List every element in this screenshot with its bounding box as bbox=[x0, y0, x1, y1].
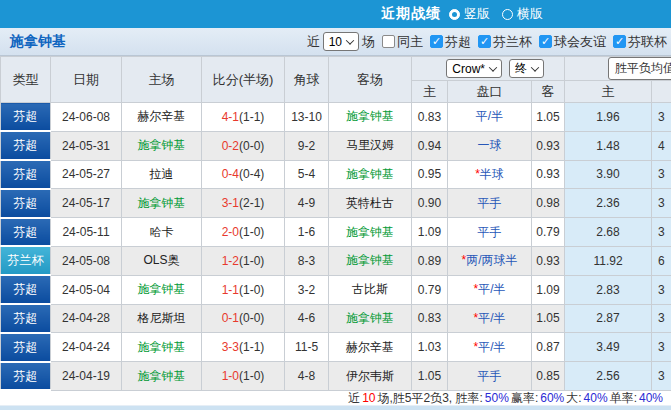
avg-group-box[interactable]: 胜平负均值 bbox=[608, 57, 671, 80]
col-header-partial bbox=[652, 81, 671, 103]
avg-home-odds: 1.96 bbox=[565, 103, 652, 132]
handicap-cell: *两/两球半 bbox=[448, 246, 532, 275]
table-row: 芬超 24-04-19 施拿钟基 1-0(1-0) 4-8 伊尔韦斯 1.05 … bbox=[1, 362, 671, 391]
odds-home: 0.90 bbox=[412, 189, 448, 218]
match-date: 24-06-08 bbox=[51, 103, 122, 132]
handicap-cell: *平/半 bbox=[448, 333, 532, 362]
table-row: 芬超 24-04-28 格尼斯坦 0-1(0-0) 4-6 施拿钟基 0.83 … bbox=[1, 304, 671, 333]
table-row: 芬超 24-05-27 拉迪 0-4(0-4) 5-4 施拿钟基 0.95 *半… bbox=[1, 160, 671, 189]
odds-home: 0.79 bbox=[412, 275, 448, 304]
filter-finnish-cup[interactable]: 芬兰杯 bbox=[478, 33, 532, 51]
odds-away: 0.93 bbox=[532, 160, 565, 189]
radio-unchecked-icon[interactable] bbox=[502, 9, 513, 20]
match-count-select[interactable]: 10 bbox=[323, 32, 359, 51]
home-team[interactable]: OLS奥 bbox=[122, 246, 202, 275]
odds-home: 1.03 bbox=[412, 333, 448, 362]
odds-away: 0.93 bbox=[532, 131, 565, 160]
away-team[interactable]: 施拿钟基 bbox=[329, 103, 412, 132]
handicap-cell: 平手 bbox=[448, 218, 532, 247]
odds-time-select[interactable]: 终 bbox=[509, 59, 544, 78]
league-badge: 芬超 bbox=[1, 131, 51, 160]
odds-away: 0.85 bbox=[532, 362, 565, 391]
radio-horizontal-layout[interactable]: 横版 bbox=[502, 5, 543, 23]
checkbox-checked-icon[interactable] bbox=[613, 35, 626, 48]
table-row: 芬超 24-06-08 赫尔辛基 4-1(1-1) 13-10 施拿钟基 0.8… bbox=[1, 103, 671, 132]
match-date: 24-04-28 bbox=[51, 304, 122, 333]
avg-home-odds: 11.92 bbox=[565, 246, 652, 275]
col-header-score: 比分(半场) bbox=[202, 57, 285, 103]
layout-radio-group: 竖版 横版 bbox=[449, 5, 543, 23]
avg-home-odds: 2.83 bbox=[565, 275, 652, 304]
same-home-filter[interactable]: 同主 bbox=[382, 33, 423, 51]
filter-club-friendly[interactable]: 球会友谊 bbox=[539, 33, 606, 51]
home-team[interactable]: 施拿钟基 bbox=[122, 131, 202, 160]
score-cell: 1-1(1-0) bbox=[202, 275, 285, 304]
odds-home: 0.89 bbox=[412, 246, 448, 275]
league-badge: 芬超 bbox=[1, 333, 51, 362]
stats-summary-text: 场,胜5平2负3, 胜率: bbox=[377, 390, 482, 407]
away-team[interactable]: 施拿钟基 bbox=[329, 246, 412, 275]
match-date: 24-05-04 bbox=[51, 275, 122, 304]
filter-league-cup[interactable]: 芬联杯 bbox=[613, 33, 667, 51]
home-team[interactable]: 哈卡 bbox=[122, 218, 202, 247]
corners-cell: 13-10 bbox=[285, 103, 329, 132]
table-row: 芬超 24-05-11 哈卡 2-0(1-0) 1-6 施拿钟基 1.09 平手… bbox=[1, 218, 671, 247]
away-team[interactable]: 伊尔韦斯 bbox=[329, 362, 412, 391]
away-team[interactable]: 英特杜古 bbox=[329, 189, 412, 218]
col-header-corner: 角球 bbox=[285, 57, 329, 103]
odds-away: 1.09 bbox=[532, 275, 565, 304]
checkbox-checked-icon[interactable] bbox=[539, 35, 552, 48]
handicap-cell: *平/半 bbox=[448, 304, 532, 333]
odds-away: 1.05 bbox=[532, 103, 565, 132]
same-home-label: 同主 bbox=[397, 33, 423, 51]
team-name: 施拿钟基 bbox=[10, 33, 66, 51]
home-team[interactable]: 施拿钟基 bbox=[122, 189, 202, 218]
odds-win-rate: 60% bbox=[540, 391, 564, 405]
col-header-date: 日期 bbox=[51, 57, 122, 103]
radio-vertical-layout[interactable]: 竖版 bbox=[449, 5, 490, 23]
avg-home-odds: 1.48 bbox=[565, 131, 652, 160]
corners-cell: 4-8 bbox=[285, 362, 329, 391]
home-team[interactable]: 赫尔辛基 bbox=[122, 103, 202, 132]
handicap-cell: 平/半 bbox=[448, 103, 532, 132]
topbar: 近期战绩 竖版 横版 bbox=[0, 0, 671, 28]
corners-cell: 4-9 bbox=[285, 189, 329, 218]
home-team[interactable]: 施拿钟基 bbox=[122, 275, 202, 304]
col-header-home: 主场 bbox=[122, 57, 202, 103]
home-team[interactable]: 施拿钟基 bbox=[122, 362, 202, 391]
stats-summary: 近10场,胜5平2负3, 胜率:50% 赢率:60% 大:40% 单率:40% bbox=[0, 391, 671, 405]
away-team[interactable]: 古比斯 bbox=[329, 275, 412, 304]
odds-away: 0.79 bbox=[532, 218, 565, 247]
checkbox-unchecked-icon[interactable] bbox=[382, 35, 395, 48]
avg-home-odds: 3.90 bbox=[565, 160, 652, 189]
corners-cell: 8-3 bbox=[285, 246, 329, 275]
away-team[interactable]: 施拿钟基 bbox=[329, 218, 412, 247]
col-header-away: 客场 bbox=[329, 57, 412, 103]
panel-title: 近期战绩 bbox=[381, 5, 441, 23]
away-team[interactable]: 施拿钟基 bbox=[329, 160, 412, 189]
away-team[interactable]: 马里汉姆 bbox=[329, 131, 412, 160]
avg-partial-cell: 3 bbox=[652, 189, 671, 218]
home-team[interactable]: 施拿钟基 bbox=[122, 333, 202, 362]
bookmaker-select[interactable]: Crow* bbox=[446, 59, 502, 78]
home-team[interactable]: 格尼斯坦 bbox=[122, 304, 202, 333]
odd-label: 单率: bbox=[610, 390, 637, 407]
corners-cell: 9-2 bbox=[285, 131, 329, 160]
score-cell: 4-1(1-1) bbox=[202, 103, 285, 132]
away-team[interactable]: 施拿钟基 bbox=[329, 304, 412, 333]
avg-partial-cell: 3 bbox=[652, 275, 671, 304]
filter-league-super[interactable]: 芬超 bbox=[430, 33, 471, 51]
league-badge: 芬超 bbox=[1, 275, 51, 304]
checkbox-checked-icon[interactable] bbox=[430, 35, 443, 48]
col-header-odds-home: 主 bbox=[412, 81, 448, 103]
corners-cell: 11-5 bbox=[285, 333, 329, 362]
checkbox-checked-icon[interactable] bbox=[478, 35, 491, 48]
score-cell: 1-2(1-0) bbox=[202, 246, 285, 275]
away-team[interactable]: 赫尔辛基 bbox=[329, 333, 412, 362]
home-team[interactable]: 拉迪 bbox=[122, 160, 202, 189]
table-row: 芬超 24-05-17 施拿钟基 3-1(2-1) 4-9 英特杜古 0.90 … bbox=[1, 189, 671, 218]
radio-checked-icon[interactable] bbox=[449, 9, 460, 20]
table-row: 芬超 24-04-24 施拿钟基 3-3(1-1) 11-5 赫尔辛基 1.03… bbox=[1, 333, 671, 362]
avg-partial-cell: 3 bbox=[652, 362, 671, 391]
league-badge: 芬超 bbox=[1, 304, 51, 333]
